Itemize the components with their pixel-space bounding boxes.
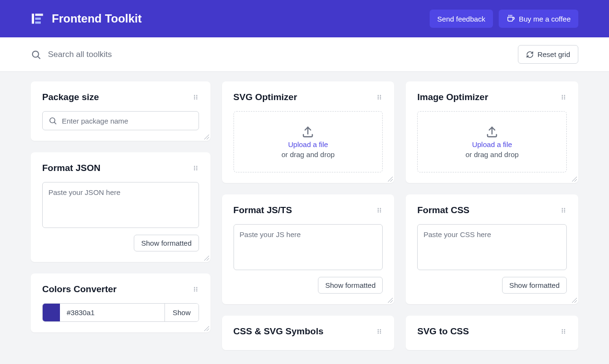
svg-point-45	[380, 208, 381, 209]
svg-line-18	[207, 137, 209, 139]
image-dropzone[interactable]: Upload a file or drag and drop	[417, 111, 567, 172]
drag-handle-icon[interactable]	[192, 286, 199, 293]
svg-line-8	[38, 57, 40, 58]
svg-point-76	[564, 329, 565, 330]
package-name-input[interactable]	[62, 117, 193, 125]
json-textarea[interactable]	[42, 182, 199, 228]
svg-point-28	[196, 287, 197, 288]
search-wrap	[31, 49, 518, 60]
svg-line-66	[574, 179, 577, 182]
svg-line-51	[390, 300, 393, 303]
svg-rect-1	[35, 14, 43, 16]
upload-file-link[interactable]: Upload a file	[472, 140, 512, 148]
svg-point-35	[378, 95, 379, 96]
svg-point-21	[194, 168, 195, 169]
svg-line-33	[204, 326, 209, 331]
show-formatted-button[interactable]: Show formatted	[134, 235, 199, 251]
header-actions: Send feedback Buy me a coffee	[430, 10, 578, 28]
svg-rect-0	[32, 14, 34, 24]
card-format-css: Format CSS Show formatted	[406, 194, 578, 304]
color-swatch	[43, 304, 60, 321]
card-title: Package size	[42, 92, 99, 102]
card-format-js: Format JS/TS Show formatted	[222, 194, 395, 304]
svg-point-61	[564, 97, 565, 98]
send-feedback-button[interactable]: Send feedback	[430, 10, 493, 28]
buy-coffee-label: Buy me a coffee	[519, 15, 571, 23]
buy-coffee-button[interactable]: Buy me a coffee	[499, 10, 578, 28]
svg-point-58	[562, 95, 563, 96]
svg-point-79	[562, 332, 563, 333]
svg-point-19	[194, 166, 195, 167]
upload-icon	[301, 125, 315, 138]
show-formatted-button[interactable]: Show formatted	[318, 277, 383, 294]
resize-handle-icon[interactable]	[204, 135, 209, 139]
svg-rect-3	[35, 22, 41, 24]
color-show-button[interactable]: Show	[164, 304, 199, 321]
card-svg-to-css: SVG to CSS	[406, 316, 578, 350]
js-textarea[interactable]	[234, 224, 383, 270]
svg-point-38	[380, 97, 381, 98]
drag-handle-icon[interactable]	[376, 328, 383, 335]
svg-point-67	[562, 208, 563, 209]
svg-point-30	[196, 289, 197, 290]
drag-handle-icon[interactable]	[560, 207, 567, 214]
svg-point-31	[194, 290, 195, 291]
drag-handle-icon[interactable]	[192, 94, 199, 101]
svg-point-48	[378, 211, 379, 212]
card-title: CSS & SVG Symbols	[234, 326, 324, 337]
search-bar: Reset grid	[0, 37, 609, 72]
resize-handle-icon[interactable]	[572, 298, 577, 303]
svg-line-74	[574, 300, 577, 303]
svg-point-46	[378, 210, 379, 211]
svg-point-57	[380, 332, 381, 333]
card-title: SVG Optimizer	[234, 92, 297, 102]
reset-grid-button[interactable]: Reset grid	[518, 45, 578, 64]
refresh-icon	[526, 51, 534, 58]
svg-point-24	[196, 169, 197, 170]
drag-handle-icon[interactable]	[560, 328, 567, 335]
card-package-size: Package size	[31, 81, 211, 141]
drag-handle-icon[interactable]	[376, 94, 383, 101]
card-title: Format JSON	[42, 163, 100, 173]
svg-point-23	[194, 169, 195, 170]
resize-handle-icon[interactable]	[388, 298, 393, 303]
resize-handle-icon[interactable]	[572, 177, 577, 182]
app-title: Frontend Toolkit	[52, 12, 142, 25]
color-value-input[interactable]	[60, 304, 164, 321]
svg-point-72	[564, 211, 565, 212]
svg-line-34	[207, 329, 209, 331]
drag-handle-icon[interactable]	[192, 165, 199, 171]
css-textarea[interactable]	[417, 224, 567, 270]
svg-point-9	[194, 95, 195, 96]
resize-handle-icon[interactable]	[204, 326, 209, 331]
resize-handle-icon[interactable]	[204, 256, 209, 261]
svg-point-49	[380, 211, 381, 212]
search-input[interactable]	[48, 50, 518, 59]
upload-file-link[interactable]: Upload a file	[288, 140, 328, 148]
svg-point-80	[564, 332, 565, 333]
svg-line-26	[207, 258, 209, 261]
grid-column: SVG Optimizer Upload a file or drag and …	[222, 81, 395, 350]
svg-point-70	[564, 210, 565, 211]
svg-line-17	[204, 135, 209, 139]
app-header: Frontend Toolkit Send feedback Buy me a …	[0, 0, 609, 37]
drag-handle-icon[interactable]	[560, 94, 567, 101]
resize-handle-icon[interactable]	[388, 177, 393, 182]
svg-point-52	[378, 329, 379, 330]
card-colors-converter: Colors Converter Show	[31, 273, 211, 332]
svg-point-10	[196, 95, 197, 96]
card-format-json: Format JSON Show formatted	[31, 152, 211, 262]
svg-point-78	[564, 331, 565, 332]
color-input-row: Show	[42, 303, 199, 322]
svg-point-22	[196, 168, 197, 169]
svg-point-68	[564, 208, 565, 209]
show-formatted-button[interactable]: Show formatted	[502, 277, 567, 294]
svg-dropzone[interactable]: Upload a file or drag and drop	[234, 111, 383, 172]
svg-point-36	[380, 95, 381, 96]
svg-point-27	[194, 287, 195, 288]
svg-point-59	[564, 95, 565, 96]
svg-point-32	[196, 290, 197, 291]
card-title: Colors Converter	[42, 284, 117, 295]
drag-handle-icon[interactable]	[376, 207, 383, 214]
card-title: Format CSS	[417, 205, 469, 216]
